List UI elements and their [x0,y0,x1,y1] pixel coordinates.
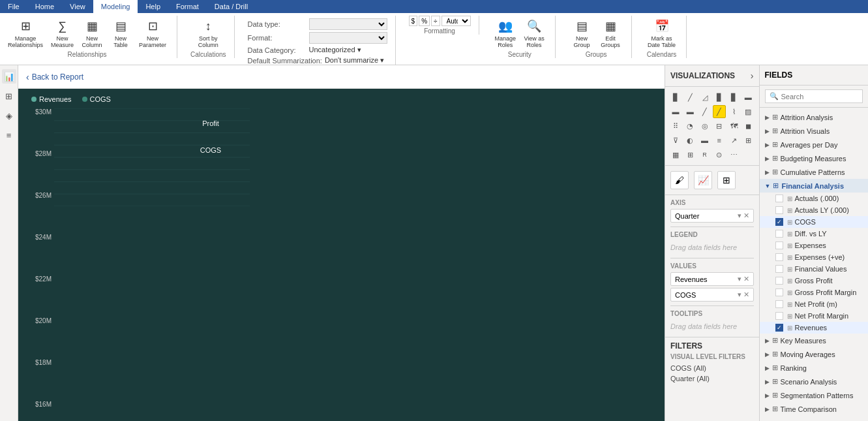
new-column-button[interactable]: ▦ NewColumn [79,16,105,50]
field-group-attrition-analysis-header[interactable]: ▶ ⊞ Attrition Analysis [760,110,868,124]
dax-queries-icon[interactable]: ≡ [2,128,16,142]
field-group-financial-header[interactable]: ▼ ⊞ Financial Analysis [760,179,868,193]
viz-line-chart[interactable]: ╱ [683,91,696,104]
viz-stacked-bar-h[interactable]: ▬ [669,105,682,118]
fields-search-input[interactable] [781,93,858,101]
tab-format[interactable]: Format [168,0,207,13]
field-item-gross-profit[interactable]: ⊞ Gross Profit [760,275,868,287]
viz-python[interactable]: ⊙ [713,148,726,161]
viz-kpi[interactable]: ↗ [727,134,740,147]
financial-values-checkbox[interactable] [775,265,783,273]
viz-filled-map[interactable]: ◼ [741,119,755,133]
revenues-chip[interactable]: Revenues ▾ ✕ [670,272,754,286]
field-item-diff-vs-ly[interactable]: ⊞ Diff. vs LY [760,228,868,240]
field-group-budgeting-header[interactable]: ▶ ⊞ Budgeting Measures [760,151,868,165]
revenues-chip-close[interactable]: ✕ [743,275,749,283]
field-group-attrition-visuals-header[interactable]: ▶ ⊞ Attrition Visuals [760,124,868,138]
field-item-expenses-pve[interactable]: ⊞ Expenses (+ve) [760,251,868,263]
comma-btn[interactable]: ÷ [431,16,440,26]
viz-area-chart[interactable]: ◿ [698,91,711,104]
axis-field-chip[interactable]: Quarter ▾ ✕ [670,209,754,223]
field-group-moving-averages-header[interactable]: ▶ ⊞ Moving Averages [760,347,868,361]
tab-home[interactable]: Home [27,0,62,13]
analytics-button[interactable]: 📈 [694,171,712,189]
view-as-roles-button[interactable]: 🔍 View asRoles [521,16,547,50]
viz-treemap[interactable]: ⊟ [713,119,726,133]
tab-help[interactable]: Help [138,0,168,13]
diff-vs-ly-checkbox[interactable] [775,230,783,238]
axis-field-chevron[interactable]: ▾ [738,211,741,220]
data-type-dropdown[interactable] [309,18,387,30]
gross-profit-checkbox[interactable] [775,277,783,285]
viz-bar-chart[interactable]: ▊ [669,91,682,104]
field-item-actuals-ly[interactable]: ⊞ Actuals LY (.000) [760,204,868,216]
viz-scatter[interactable]: ⠿ [669,119,682,133]
field-item-gross-profit-margin[interactable]: ⊞ Gross Profit Margin [760,287,868,298]
viz-donut[interactable]: ◎ [698,119,711,133]
tab-data-drill[interactable]: Data / Drill [207,0,256,13]
manage-relationships-button[interactable]: ⊞ ManageRelationships [5,16,46,50]
filter-quarter[interactable]: Quarter (All) [670,373,754,384]
expenses-checkbox[interactable] [775,242,783,249]
back-to-report-button[interactable]: ‹ Back to Report [26,72,83,82]
field-group-key-measures-header[interactable]: ▶ ⊞ Key Measures [760,334,868,347]
net-profit-margin-checkbox[interactable] [775,312,783,320]
cogs-chip-close[interactable]: ✕ [743,290,749,299]
viz-map[interactable]: 🗺 [727,119,740,133]
format-button[interactable]: 🖌 [670,171,689,189]
tab-view[interactable]: View [62,0,93,13]
new-parameter-button[interactable]: ⊡ NewParameter [136,16,169,50]
percent-btn[interactable]: % [419,16,430,26]
actuals-ly-checkbox[interactable] [775,206,783,214]
field-group-ranking-header[interactable]: ▶ ⊞ Ranking [760,361,868,375]
gross-profit-margin-checkbox[interactable] [775,288,783,296]
viz-expand-icon[interactable]: › [751,70,754,81]
viz-matrix[interactable]: ⊞ [683,148,696,161]
field-group-scenario-header[interactable]: ▶ ⊞ Scenario Analysis [760,375,868,388]
viz-table[interactable]: ▦ [669,148,682,161]
viz-slicer[interactable]: ⊞ [741,134,755,147]
tab-modeling[interactable]: Modeling [93,0,138,13]
model-view-icon[interactable]: ◈ [2,108,16,123]
viz-r-visual[interactable]: R [698,148,711,161]
field-item-financial-values[interactable]: ⊞ Financial Values [760,263,868,275]
viz-gauge[interactable]: ◐ [683,134,696,147]
field-item-cogs[interactable]: ✓ ⊞ COGS [760,216,868,228]
mark-as-date-table-button[interactable]: 📅 Mark asDate Table [645,16,678,50]
viz-line-stacked[interactable]: ╱ [713,105,726,118]
viz-multi-row-card[interactable]: ≡ [713,134,726,147]
viz-stacked-bar-100[interactable]: ▊ [727,91,740,104]
viz-funnel[interactable]: ⊽ [669,134,682,147]
report-view-icon[interactable]: 📊 [2,69,16,84]
new-group-button[interactable]: ▤ NewGroup [569,16,595,50]
chart-area[interactable]: Revenues COGS $30M $28M $26M $24M $22M $… [18,89,665,421]
edit-groups-button[interactable]: ▦ EditGroups [597,16,623,50]
field-item-net-profit-margin[interactable]: ⊞ Net Profit Margin [760,310,868,322]
viz-line-clustered[interactable]: ╱ [698,105,711,118]
auto-dropdown[interactable]: Auto [441,16,471,26]
viz-ribbon[interactable]: ⌇ [727,105,740,118]
viz-stacked-bar-h-100[interactable]: ▬ [683,105,696,118]
data-view-icon[interactable]: ⊞ [2,89,16,103]
viz-more[interactable]: ⋯ [727,148,740,161]
expenses-pve-checkbox[interactable] [775,253,783,261]
field-group-cumulative-header[interactable]: ▶ ⊞ Cumulative Patterns [760,165,868,179]
field-item-net-profit-m[interactable]: ⊞ Net Profit (m) [760,298,868,310]
field-group-averages-header[interactable]: ▶ ⊞ Averages per Day [760,138,868,151]
viz-waterfall[interactable]: ▨ [741,105,755,118]
viz-clustered-bar-h[interactable]: ▬ [741,91,755,104]
field-group-segmentation-header[interactable]: ▶ ⊞ Segmentation Patterns [760,388,868,402]
field-item-actuals[interactable]: ⊞ Actuals (.000) [760,193,868,204]
new-measure-button[interactable]: ∑ NewMeasure [48,16,76,50]
field-item-revenues[interactable]: ✓ ⊞ Revenues [760,322,868,334]
viz-stacked-bar[interactable]: ▊ [713,91,726,104]
cogs-checkbox[interactable]: ✓ [775,218,783,226]
cogs-chip[interactable]: COGS ▾ ✕ [670,288,754,302]
actuals-checkbox[interactable] [775,195,783,202]
new-table-button[interactable]: ▤ NewTable [108,16,134,50]
sort-by-column-button[interactable]: ↕ Sort byColumn [195,16,221,50]
manage-roles-button[interactable]: 👥 ManageRoles [492,16,519,50]
fields-button[interactable]: ⊞ [717,171,736,189]
viz-pie[interactable]: ◔ [683,119,696,133]
net-profit-m-checkbox[interactable] [775,300,783,308]
